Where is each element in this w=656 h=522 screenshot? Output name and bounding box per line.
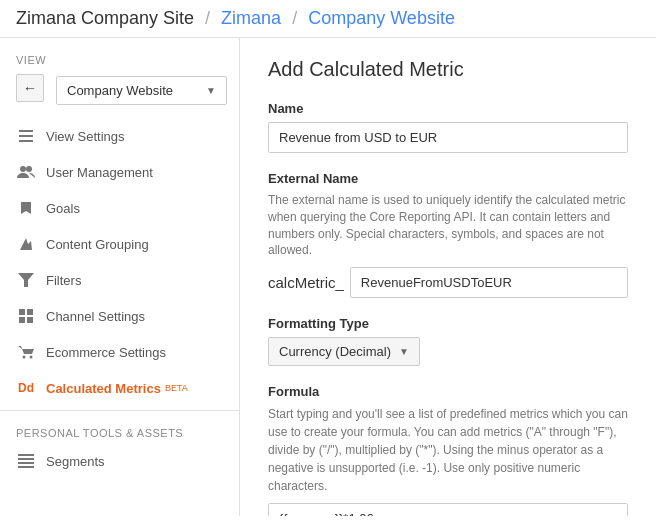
svg-marker-5 bbox=[18, 273, 34, 287]
sidebar-item-view-settings[interactable]: View Settings bbox=[0, 118, 239, 154]
external-name-label: External Name bbox=[268, 171, 628, 186]
svg-point-11 bbox=[30, 356, 33, 359]
formula-label: Formula bbox=[268, 384, 628, 399]
svg-point-4 bbox=[26, 166, 32, 172]
sidebar-item-user-management[interactable]: User Management bbox=[0, 154, 239, 190]
goals-icon bbox=[16, 198, 36, 218]
view-dropdown-text: Company Website bbox=[67, 83, 173, 98]
svg-rect-15 bbox=[18, 466, 34, 468]
personal-section-label: PERSONAL TOOLS & ASSETS bbox=[0, 415, 239, 443]
formatting-label: Formatting Type bbox=[268, 316, 628, 331]
header: Zimana Company Site / Zimana / Company W… bbox=[0, 0, 656, 38]
sidebar-label-view-settings: View Settings bbox=[46, 129, 125, 144]
name-input[interactable] bbox=[268, 122, 628, 153]
sidebar-item-ecommerce-settings[interactable]: Ecommerce Settings bbox=[0, 334, 239, 370]
sidebar-item-content-grouping[interactable]: Content Grouping bbox=[0, 226, 239, 262]
segments-icon bbox=[16, 451, 36, 471]
back-button[interactable]: ← bbox=[16, 74, 44, 102]
separator2: / bbox=[292, 8, 302, 28]
content-icon bbox=[16, 234, 36, 254]
svg-rect-12 bbox=[18, 454, 34, 456]
page-heading: Add Calculated Metric bbox=[268, 58, 628, 81]
external-name-field-group: External Name The external name is used … bbox=[268, 171, 628, 298]
sidebar-label-goals: Goals bbox=[46, 201, 80, 216]
sidebar: VIEW ← Company Website ▼ View Settings bbox=[0, 38, 240, 516]
formatting-dropdown[interactable]: Currency (Decimal) ▼ bbox=[268, 337, 420, 366]
breadcrumb-company[interactable]: Company Website bbox=[308, 8, 455, 28]
svg-rect-6 bbox=[19, 309, 25, 315]
beta-badge: BETA bbox=[165, 383, 188, 393]
sidebar-item-filters[interactable]: Filters bbox=[0, 262, 239, 298]
formatting-field-group: Formatting Type Currency (Decimal) ▼ bbox=[268, 316, 628, 366]
channel-icon bbox=[16, 306, 36, 326]
svg-rect-14 bbox=[18, 462, 34, 464]
sidebar-label-user-management: User Management bbox=[46, 165, 153, 180]
formula-input[interactable] bbox=[268, 503, 628, 516]
settings-icon bbox=[16, 126, 36, 146]
svg-rect-7 bbox=[27, 309, 33, 315]
filter-icon bbox=[16, 270, 36, 290]
view-dropdown[interactable]: Company Website ▼ bbox=[56, 76, 227, 105]
name-field-group: Name bbox=[268, 101, 628, 153]
main-content: Add Calculated Metric Name External Name… bbox=[240, 38, 656, 516]
name-label: Name bbox=[268, 101, 628, 116]
svg-point-10 bbox=[23, 356, 26, 359]
formula-helper: Start typing and you'll see a list of pr… bbox=[268, 405, 628, 495]
sidebar-divider bbox=[0, 410, 239, 411]
breadcrumb-zimana[interactable]: Zimana bbox=[221, 8, 281, 28]
app-container: Zimana Company Site / Zimana / Company W… bbox=[0, 0, 656, 516]
view-label: VIEW bbox=[0, 46, 239, 70]
sidebar-item-segments[interactable]: Segments bbox=[0, 443, 239, 479]
svg-rect-9 bbox=[27, 317, 33, 323]
sidebar-label-calculated-metrics: Calculated Metrics bbox=[46, 381, 161, 396]
sidebar-item-channel-settings[interactable]: Channel Settings bbox=[0, 298, 239, 334]
site-name: Zimana Company Site bbox=[16, 8, 194, 28]
svg-point-3 bbox=[20, 166, 26, 172]
external-name-row: calcMetric_ bbox=[268, 267, 628, 298]
external-name-input[interactable] bbox=[350, 267, 628, 298]
svg-rect-0 bbox=[19, 130, 33, 132]
formatting-value: Currency (Decimal) bbox=[279, 344, 391, 359]
svg-rect-13 bbox=[18, 458, 34, 460]
sidebar-item-goals[interactable]: Goals bbox=[0, 190, 239, 226]
svg-rect-1 bbox=[19, 135, 33, 137]
users-icon bbox=[16, 162, 36, 182]
external-name-prefix: calcMetric_ bbox=[268, 274, 344, 291]
svg-rect-8 bbox=[19, 317, 25, 323]
sidebar-label-segments: Segments bbox=[46, 454, 105, 469]
svg-rect-2 bbox=[19, 140, 33, 142]
calculated-icon: Dd bbox=[16, 378, 36, 398]
sidebar-label-ecommerce-settings: Ecommerce Settings bbox=[46, 345, 166, 360]
external-name-helper: The external name is used to uniquely id… bbox=[268, 192, 628, 259]
main-layout: VIEW ← Company Website ▼ View Settings bbox=[0, 38, 656, 516]
formula-field-group: Formula Start typing and you'll see a li… bbox=[268, 384, 628, 516]
sidebar-label-channel-settings: Channel Settings bbox=[46, 309, 145, 324]
sidebar-label-filters: Filters bbox=[46, 273, 81, 288]
separator1: / bbox=[205, 8, 215, 28]
chevron-down-icon: ▼ bbox=[206, 85, 216, 96]
breadcrumb: Zimana Company Site / Zimana / Company W… bbox=[16, 8, 455, 29]
formatting-arrow-icon: ▼ bbox=[399, 346, 409, 357]
sidebar-label-content-grouping: Content Grouping bbox=[46, 237, 149, 252]
sidebar-item-calculated-metrics[interactable]: Dd Calculated Metrics BETA bbox=[0, 370, 239, 406]
ecommerce-icon bbox=[16, 342, 36, 362]
